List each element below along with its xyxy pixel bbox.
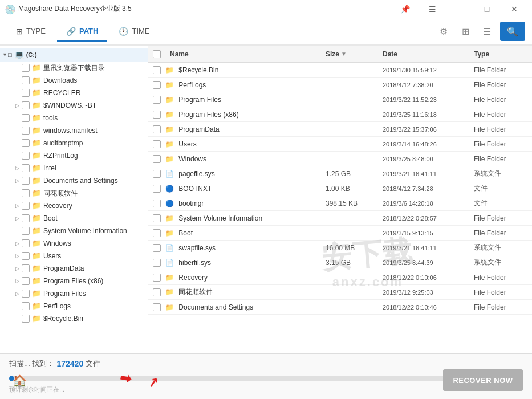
table-row[interactable]: 📄 hiberfil.sys 3.15 GB 2019/3/25 8:44:39… — [148, 255, 532, 270]
row-checkbox[interactable] — [148, 274, 165, 282]
tree-checkbox[interactable] — [22, 290, 30, 298]
menu-button[interactable]: ☰ — [419, 0, 445, 18]
row-checkbox[interactable] — [148, 259, 165, 267]
tree-checkbox[interactable] — [22, 164, 30, 172]
tab-time[interactable]: 🕐 TIME — [109, 22, 159, 42]
tree-item[interactable]: 📁PerfLogs — [0, 300, 148, 312]
table-row[interactable]: 📁 ProgramData 2019/3/22 15:37:06 File Fo… — [148, 122, 532, 137]
checkbox[interactable] — [153, 274, 161, 282]
checkbox[interactable] — [153, 185, 161, 193]
table-row[interactable]: 🔵 bootmgr 398.15 KB 2019/3/6 14:20:18 文件 — [148, 196, 532, 211]
table-row[interactable]: 📁 Program Files 2019/3/22 11:52:23 File … — [148, 92, 532, 107]
tree-item[interactable]: 📁RECYCLER — [0, 87, 148, 99]
checkbox[interactable] — [153, 303, 161, 311]
tree-checkbox[interactable] — [22, 264, 30, 272]
checkbox[interactable] — [153, 288, 161, 296]
row-checkbox[interactable] — [148, 244, 165, 252]
tree-item[interactable]: ▷📁Documents and Settings — [0, 174, 148, 187]
tree-item[interactable]: 📁System Volume Information — [0, 225, 148, 237]
row-checkbox[interactable] — [148, 288, 165, 296]
tree-item[interactable]: ▷📁ProgramData — [0, 262, 148, 275]
tree-checkbox[interactable] — [22, 202, 30, 210]
header-check[interactable] — [148, 50, 165, 58]
tree-item[interactable]: ▷📁$WINDOWS.~BT — [0, 99, 148, 112]
checkbox[interactable] — [153, 111, 161, 119]
row-checkbox[interactable] — [148, 229, 165, 237]
tab-path[interactable]: 🔗 PATH — [57, 22, 107, 42]
header-size[interactable]: Size ▼ — [321, 50, 378, 58]
tree-checkbox[interactable] — [22, 239, 30, 247]
row-checkbox[interactable] — [148, 185, 165, 193]
row-checkbox[interactable] — [148, 96, 165, 104]
home-button[interactable]: 🏠 — [9, 370, 30, 391]
checkbox[interactable] — [153, 229, 161, 237]
settings-icon[interactable]: ⚙ — [435, 23, 452, 40]
row-checkbox[interactable] — [148, 111, 165, 119]
tree-checkbox[interactable] — [22, 214, 30, 222]
tree-checkbox[interactable] — [22, 302, 30, 310]
table-row[interactable]: 📁 Recovery 2018/12/22 0:10:06 File Folde… — [148, 270, 532, 285]
row-checkbox[interactable] — [148, 140, 165, 148]
checkbox[interactable] — [153, 244, 161, 252]
table-row[interactable]: 📁 同花顺软件 2019/3/12 9:25:03 File Folder — [148, 285, 532, 300]
header-name[interactable]: Name — [165, 50, 321, 58]
checkbox[interactable] — [153, 214, 161, 222]
search-button[interactable]: 🔍 — [500, 22, 525, 41]
tree-checkbox[interactable] — [22, 101, 30, 109]
tree-item[interactable]: ▷📁Windows — [0, 237, 148, 250]
minimize-button[interactable]: — — [446, 0, 473, 18]
table-row[interactable]: 📁 PerfLogs 2018/4/12 7:38:20 File Folder — [148, 78, 532, 92]
checkbox[interactable] — [153, 125, 161, 133]
header-date[interactable]: Date — [378, 50, 469, 58]
checkbox[interactable] — [153, 140, 161, 148]
tree-item[interactable]: 📁里讯浏览器下载目录 — [0, 62, 148, 74]
row-checkbox[interactable] — [148, 125, 165, 133]
table-row[interactable]: 🔵 BOOTNXT 1.00 KB 2018/4/12 7:34:28 文件 — [148, 181, 532, 196]
tree-checkbox[interactable] — [22, 89, 30, 97]
tree-item[interactable]: 📁windows.manifest — [0, 124, 148, 137]
table-row[interactable]: 📄 swapfile.sys 16.00 MB 2019/3/21 16:41:… — [148, 241, 532, 255]
tree-item[interactable]: 📁auditbmptmp — [0, 137, 148, 149]
tree-item[interactable]: 📁tools — [0, 112, 148, 124]
tree-checkbox[interactable] — [22, 189, 30, 197]
header-type[interactable]: Type — [469, 50, 532, 58]
row-checkbox[interactable] — [148, 199, 165, 207]
tree-item[interactable]: ▷📁Boot — [0, 212, 148, 225]
table-row[interactable]: 📄 pagefile.sys 1.25 GB 2019/3/21 16:41:1… — [148, 166, 532, 181]
tree-item[interactable]: 📁同花顺软件 — [0, 187, 148, 199]
tree-item[interactable]: 📁RZPrintLog — [0, 149, 148, 162]
tree-item[interactable]: ▷📁Program Files (x86) — [0, 275, 148, 287]
tree-checkbox[interactable] — [22, 114, 30, 122]
tree-checkbox[interactable] — [22, 76, 30, 84]
maximize-button[interactable]: □ — [474, 0, 500, 18]
recover-now-button[interactable]: RECOVER NOW — [443, 369, 523, 391]
tree-checkbox[interactable] — [22, 177, 30, 185]
grid-icon[interactable]: ⊞ — [457, 23, 474, 40]
checkbox[interactable] — [153, 259, 161, 267]
row-checkbox[interactable] — [148, 66, 165, 74]
select-all-checkbox[interactable] — [153, 50, 161, 58]
tree-checkbox[interactable] — [22, 277, 30, 285]
close-button[interactable]: ✕ — [501, 0, 527, 18]
tree-item[interactable]: ▷📁Users — [0, 250, 148, 262]
checkbox[interactable] — [153, 155, 161, 163]
table-row[interactable]: 📁 Windows 2019/3/25 8:48:00 File Folder — [148, 152, 532, 166]
tab-type[interactable]: ⊞ TYPE — [7, 22, 55, 42]
tree-checkbox[interactable] — [22, 152, 30, 160]
tree-item[interactable]: ▷📁Intel — [0, 162, 148, 174]
tree-item[interactable]: 📁$Recycle.Bin — [0, 312, 148, 325]
checkbox[interactable] — [153, 199, 161, 207]
row-checkbox[interactable] — [148, 214, 165, 222]
table-row[interactable]: 📁 Documents and Settings 2018/12/22 0:10… — [148, 300, 532, 315]
checkbox[interactable] — [153, 96, 161, 104]
row-checkbox[interactable] — [148, 81, 165, 89]
tree-item[interactable]: 📁Downloads — [0, 74, 148, 87]
tree-item[interactable]: ▷📁Program Files — [0, 287, 148, 300]
row-checkbox[interactable] — [148, 303, 165, 311]
tree-checkbox[interactable] — [22, 227, 30, 235]
table-row[interactable]: 📁 Program Files (x86) 2019/3/25 11:16:18… — [148, 107, 532, 122]
table-row[interactable]: 📁 System Volume Information 2018/12/22 0… — [148, 211, 532, 226]
table-row[interactable]: 📁 Users 2019/3/14 16:48:26 File Folder — [148, 137, 532, 152]
tree-item[interactable]: ▷📁Recovery — [0, 199, 148, 212]
row-checkbox[interactable] — [148, 155, 165, 163]
